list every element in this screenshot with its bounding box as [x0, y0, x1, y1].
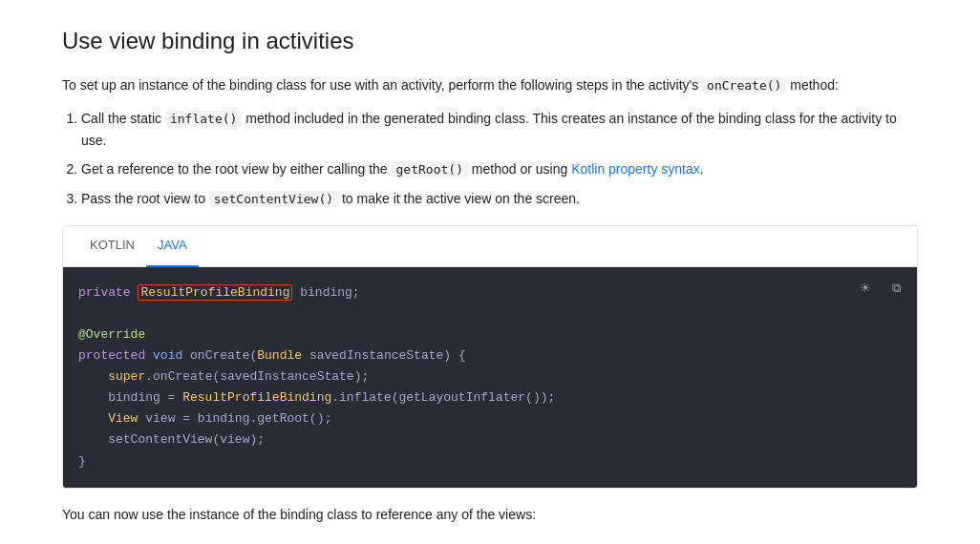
token-plain: } — [78, 454, 86, 469]
oncreate-code: onCreate() — [702, 77, 786, 94]
step-item: Call the static inflate() method include… — [81, 108, 918, 151]
token-kw-class: ResultProfileBinding — [182, 390, 331, 405]
token-kw-class: View — [108, 411, 138, 426]
token-kw-annotation: @Override — [78, 327, 145, 342]
code-toolbar: ☀ ⧉ — [852, 275, 909, 302]
token-plain — [145, 348, 153, 363]
step-code: inflate() — [165, 111, 242, 127]
token-plain: setContentView(view); — [78, 432, 265, 447]
code-block: KOTLINJAVA ☀ ⧉ private ResultProfileBind… — [62, 225, 918, 489]
page-heading: Use view binding in activities — [62, 23, 918, 59]
code-line: super.onCreate(savedInstanceState); — [78, 366, 902, 387]
copy-icon: ⧉ — [892, 281, 901, 296]
token-plain: view = binding.getRoot(); — [138, 411, 331, 426]
token-kw-access: private — [78, 285, 131, 300]
step-text-before: Get a reference to the root view by eith… — [81, 161, 392, 177]
step-code: setContentView() — [209, 191, 338, 207]
result-profile-binding-token: ResultProfileBinding — [138, 284, 292, 301]
intro-suffix: method: — [790, 77, 839, 93]
step-text-before: Call the static — [81, 111, 165, 126]
tab-java[interactable]: JAVA — [146, 226, 199, 267]
code-line — [78, 303, 902, 324]
code-line: binding = ResultProfileBinding.inflate(g… — [78, 387, 902, 408]
code-line: View view = binding.getRoot(); — [78, 408, 902, 429]
tab-kotlin[interactable]: KOTLIN — [78, 226, 146, 267]
theme-toggle-button[interactable]: ☀ — [852, 275, 879, 302]
token-plain: savedInstanceState) { — [302, 348, 466, 363]
step-item: Get a reference to the root view by eith… — [81, 158, 918, 180]
step-text-before: Pass the root view to — [81, 191, 209, 206]
kotlin-property-syntax-link[interactable]: Kotlin property syntax — [571, 161, 700, 177]
token-kw-type: void — [153, 348, 182, 363]
step-item: Pass the root view to setContentView() t… — [81, 188, 918, 210]
code-line: setContentView(view); — [78, 429, 902, 450]
step-link-suffix: . — [700, 161, 704, 177]
copy-button[interactable]: ⧉ — [883, 275, 909, 302]
intro-text: To set up an instance of the binding cla… — [62, 77, 698, 93]
intro-paragraph: To set up an instance of the binding cla… — [62, 74, 918, 96]
steps-list: Call the static inflate() method include… — [62, 108, 918, 210]
code-area: ☀ ⧉ private ResultProfileBinding binding… — [63, 267, 917, 488]
theme-icon: ☀ — [860, 281, 871, 295]
token-plain — [78, 369, 108, 384]
step-text-after: to make it the active view on the screen… — [338, 191, 580, 206]
code-line: protected void onCreate(Bundle savedInst… — [78, 345, 902, 366]
code-line: } — [78, 451, 902, 472]
token-plain: onCreate( — [182, 348, 257, 363]
code-line: private ResultProfileBinding binding; — [78, 282, 902, 303]
bottom-paragraph: You can now use the instance of the bind… — [62, 504, 918, 525]
code-line: @Override — [78, 324, 902, 345]
code-tab-bar: KOTLINJAVA — [63, 226, 917, 267]
step-code: getRoot() — [392, 161, 468, 178]
step-text-after: method or using — [468, 161, 571, 177]
token-plain: binding; — [292, 285, 359, 300]
token-plain: binding = — [78, 390, 182, 405]
token-kw-access: protected — [78, 348, 145, 363]
token-kw-class: Bundle — [257, 348, 302, 363]
token-plain: .inflate(getLayoutInflater()); — [331, 390, 555, 405]
code-content: private ResultProfileBinding binding; @O… — [78, 282, 902, 472]
token-plain: .onCreate(savedInstanceState); — [145, 369, 369, 384]
token-kw-class: super — [108, 369, 145, 384]
token-plain — [78, 411, 108, 426]
